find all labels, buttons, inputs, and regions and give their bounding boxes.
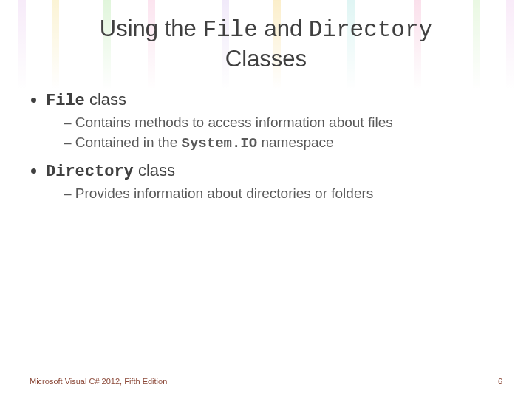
- title-text-3: Classes: [225, 46, 307, 72]
- bullet-rest: class: [85, 90, 126, 109]
- footer-text: Microsoft Visual C# 2012, Fifth Edition: [30, 377, 167, 386]
- sub-item: Provides information about directories o…: [64, 184, 502, 205]
- slide-content: Using the File and Directory Classes Fil…: [0, 0, 532, 204]
- sub-item: Contains methods to access information a…: [64, 113, 502, 134]
- title-text-2: and: [258, 16, 309, 41]
- sub-pre: Contained in the: [75, 134, 182, 150]
- slide-footer: Microsoft Visual C# 2012, Fifth Edition …: [30, 377, 502, 386]
- title-code-2: Directory: [309, 17, 432, 43]
- sub-list: Contains methods to access information a…: [46, 113, 502, 154]
- sub-list: Provides information about directories o…: [46, 184, 502, 205]
- sub-pre: Contains methods to access information a…: [75, 115, 393, 130]
- bullet-rest: class: [134, 161, 175, 180]
- sub-pre: Provides information about directories o…: [75, 185, 373, 201]
- bullet-item: File class Contains methods to access in…: [46, 90, 502, 154]
- bullet-item: Directory class Provides information abo…: [46, 161, 502, 205]
- title-code-1: File: [202, 17, 257, 43]
- bullet-code: File: [46, 92, 85, 110]
- bullet-code: Directory: [46, 163, 134, 181]
- page-number: 6: [498, 377, 502, 386]
- sub-code: System.IO: [182, 135, 258, 151]
- bullet-list: File class Contains methods to access in…: [30, 90, 502, 205]
- sub-post: namespace: [257, 134, 334, 150]
- sub-item: Contained in the System.IO namespace: [64, 133, 502, 154]
- title-text-1: Using the: [100, 16, 203, 41]
- slide-title: Using the File and Directory Classes: [30, 15, 502, 74]
